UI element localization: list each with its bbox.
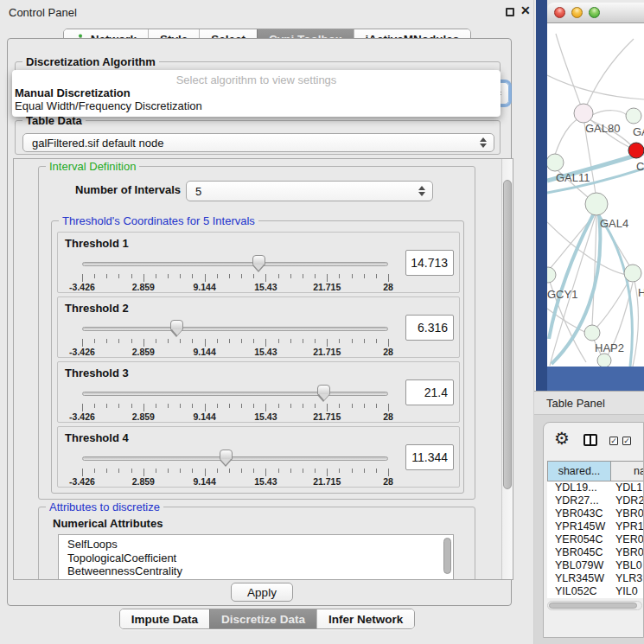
zoom-traffic-light-icon[interactable] [589,7,600,18]
tab-impute-data[interactable]: Impute Data [120,609,209,628]
cell-shared-name[interactable]: YBR045C [547,546,611,559]
slider-tick [327,404,328,411]
table-row[interactable]: YIL052CYIL0 [547,585,644,598]
minimize-traffic-light-icon[interactable] [571,7,583,18]
table-row[interactable]: YPR145WYPR1 [547,520,644,533]
cell-shared-name[interactable]: YBR043C [547,507,611,520]
network-node[interactable] [584,325,600,341]
threshold-value-field[interactable] [405,250,454,276]
close-traffic-light-icon[interactable] [554,7,565,18]
table-row[interactable]: YLR345WYLR3 [547,572,644,585]
network-edge[interactable] [592,215,596,325]
cell-name[interactable]: YDR2 [611,494,644,507]
column-header-shared-name[interactable]: shared... [547,461,611,481]
cell-shared-name[interactable]: YBL079W [547,559,611,572]
close-window-icon[interactable]: ✕ [520,3,531,17]
slider-track[interactable] [82,262,388,266]
cell-shared-name[interactable]: YDL19... [547,481,611,494]
tab-discretize-data[interactable]: Discretize Data [209,609,316,628]
table-data-combobox-value: galFiltered.sif default node [32,134,163,152]
network-edge[interactable] [583,39,634,113]
network-node[interactable] [597,354,611,367]
threshold-value-field[interactable] [405,315,454,341]
network-node[interactable] [547,154,564,171]
slider-tick [241,469,242,473]
network-edge[interactable] [596,280,629,328]
network-node[interactable] [585,193,608,215]
table-row[interactable]: YDR27...YDR2 [547,494,644,507]
slider-handle[interactable] [220,450,233,460]
slider-tick [192,274,193,278]
table-row[interactable]: YBR045CYBR0 [547,546,644,559]
num-intervals-combobox[interactable]: 5 [186,181,433,201]
slider-handle[interactable] [252,255,265,265]
network-node-label[interactable]: H [638,286,644,299]
table-row[interactable]: YBR043CYBR0 [547,507,644,520]
network-node-label[interactable]: GAL80 [585,122,620,135]
network-window-titlebar[interactable] [547,3,644,23]
tab-infer-network[interactable]: Infer Network [316,609,414,628]
network-canvas[interactable]: GAL80GACGAL11GAL4GCY1HHAP2 [547,23,644,367]
cell-name[interactable]: YER0 [611,533,644,546]
numerical-attributes-list[interactable]: SelfLoopsTopologicalCoefficientBetweenne… [58,534,454,580]
slider-track[interactable] [82,327,388,331]
vertical-scrollbar[interactable] [501,159,513,579]
network-node-label[interactable]: GCY1 [547,288,577,301]
table-row[interactable]: YDL19...YDL1 [547,481,644,494]
cell-name[interactable]: YBR0 [611,546,644,559]
cell-shared-name[interactable]: YIL052C [547,585,611,598]
network-node-label[interactable]: GA [633,125,644,138]
cell-name[interactable]: YPR1 [611,520,644,533]
threshold-value-field[interactable] [405,444,454,470]
table-row[interactable]: YER054CYER0 [547,533,644,546]
network-edge[interactable] [592,111,627,115]
cell-name[interactable]: YDL1 [611,481,642,494]
slider-tick [180,404,181,408]
slider-track[interactable] [82,456,388,461]
horizontal-scrollbar-thumb[interactable] [549,603,637,609]
gear-icon[interactable]: ⚙ [554,430,570,447]
cell-shared-name[interactable]: YDR27... [547,494,611,507]
network-edge[interactable] [547,222,633,276]
attribute-list-item[interactable]: BetweennessCentrality [59,564,453,578]
network-node-label[interactable]: HAP2 [595,341,624,354]
slider-tick [168,404,169,408]
select-column-checkbox-icon[interactable]: ✓ [622,437,631,445]
column-header-name[interactable]: na [611,461,644,481]
cell-shared-name[interactable]: YPR145W [547,520,611,533]
slider-tick [118,274,119,278]
cell-name[interactable]: YBR0 [611,507,644,520]
network-node[interactable] [547,267,556,283]
network-node[interactable] [626,108,641,124]
network-node-label[interactable]: GAL11 [556,171,590,184]
slider-tick [94,404,95,408]
vertical-scrollbar-thumb[interactable] [503,180,512,489]
dropdown-item-equal-width-frequency[interactable]: Equal Width/Frequency Discretization [12,99,501,112]
column-layout-icon[interactable] [583,434,597,446]
list-scrollbar-thumb[interactable] [443,538,451,574]
cell-name[interactable]: YBL0 [611,559,642,572]
threshold-value-field[interactable] [405,379,454,405]
apply-button[interactable]: Apply [231,583,293,602]
network-node-label[interactable]: C [636,160,644,173]
cell-name[interactable]: YLR3 [611,572,642,585]
cell-shared-name[interactable]: YER054C [547,533,611,546]
network-node[interactable] [574,104,593,123]
float-window-icon[interactable] [506,8,514,16]
attribute-list-item[interactable]: SelfLoops [59,535,453,552]
cell-name[interactable]: YIL0 [611,585,638,598]
attribute-list-item[interactable]: TopologicalCoefficient [59,552,453,565]
cell-shared-name[interactable]: YLR345W [547,572,611,585]
dropdown-item-manual-discretization[interactable]: Manual Discretization [12,86,501,99]
horizontal-scrollbar[interactable] [547,601,642,610]
network-edge[interactable] [556,34,583,113]
network-node[interactable] [624,265,641,282]
table-row[interactable]: YBL079WYBL0 [547,559,644,572]
select-all-checkbox-icon[interactable]: ✓ [609,437,618,445]
slider-handle[interactable] [317,385,330,395]
network-node[interactable] [628,143,644,158]
network-node-label[interactable]: GAL4 [600,217,628,230]
slider-track[interactable] [82,392,388,396]
table-data-combobox[interactable]: galFiltered.sif default node [22,133,494,152]
slider-handle[interactable] [170,320,183,330]
